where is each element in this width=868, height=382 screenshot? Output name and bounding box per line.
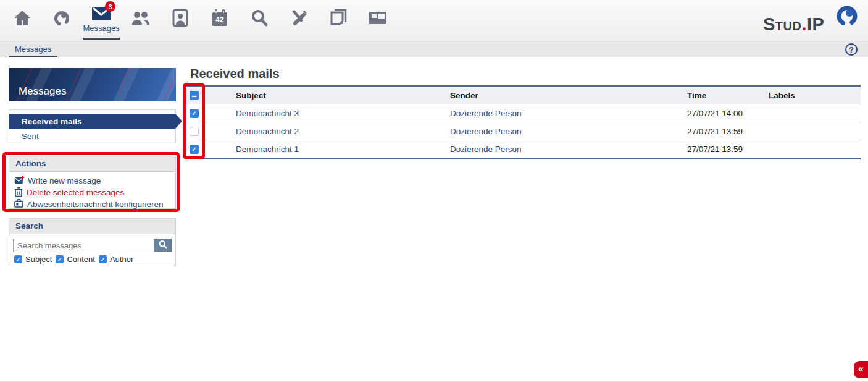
breadcrumb-messages[interactable]: Messages bbox=[9, 43, 57, 57]
message-time: 27/07/21 13:59 bbox=[680, 127, 761, 136]
studip-page: 3 Messages bbox=[0, 0, 868, 382]
nav-profile[interactable] bbox=[161, 0, 200, 41]
actions-title: Actions bbox=[9, 156, 175, 172]
sidebar-actions-widget: Actions Write new message bbox=[9, 156, 176, 209]
search-magnifier-icon bbox=[158, 240, 168, 252]
nav-messages-label: Messages bbox=[83, 23, 119, 33]
row-checkbox[interactable] bbox=[190, 127, 199, 136]
message-sender-link[interactable]: Dozierende Person bbox=[450, 109, 522, 118]
message-time: 27/07/21 14:00 bbox=[680, 109, 761, 118]
profile-icon bbox=[171, 8, 190, 28]
sidebar-banner-title: Messages bbox=[19, 85, 66, 98]
action-write-new-message[interactable]: Write new message bbox=[14, 175, 170, 187]
nav-messages[interactable]: 3 Messages bbox=[81, 0, 121, 41]
message-time: 27/07/21 13:59 bbox=[680, 145, 761, 154]
search-input[interactable] bbox=[13, 239, 154, 252]
row-checkbox[interactable] bbox=[190, 145, 199, 154]
nav-files[interactable] bbox=[319, 0, 358, 41]
column-header-subject: Subject bbox=[228, 91, 443, 100]
select-all-checkbox[interactable] bbox=[190, 91, 199, 100]
message-sender-link[interactable]: Dozierende Person bbox=[450, 145, 522, 154]
logo-text: Stud.IP bbox=[763, 15, 824, 33]
action-configure-out-of-office[interactable]: Abwesenheitsnachricht konfigurieren bbox=[14, 198, 170, 210]
community-icon bbox=[130, 8, 151, 28]
column-header-sender: Sender bbox=[443, 91, 680, 100]
sidebar-item-label: Received mails bbox=[22, 117, 82, 126]
column-header-labels: Labels bbox=[761, 91, 861, 100]
filter-label: Content bbox=[67, 255, 95, 264]
received-mails-table: Subject Sender Time Labels Demonachricht… bbox=[185, 85, 861, 159]
top-navigation-bar: 3 Messages bbox=[0, 0, 868, 41]
nav-tour[interactable] bbox=[42, 0, 81, 41]
sidebar-item-label: Sent bbox=[22, 132, 39, 141]
logo-swirl-icon bbox=[833, 2, 861, 32]
table-row: Demonachricht 2 Dozierende Person 27/07/… bbox=[185, 122, 861, 140]
filter-author-checkbox[interactable] bbox=[99, 255, 107, 263]
nav-schedule[interactable]: 42 bbox=[200, 0, 240, 41]
nav-tools[interactable] bbox=[279, 0, 319, 41]
filter-content-checkbox[interactable] bbox=[56, 255, 64, 263]
calendar-icon: 42 bbox=[210, 8, 230, 28]
page-title: Received mails bbox=[190, 67, 280, 81]
action-label: Write new message bbox=[28, 176, 101, 185]
logo-red-dot: . bbox=[801, 14, 807, 34]
sidebar-search-widget: Search Subject Content bbox=[9, 218, 176, 265]
calendar-week-number: 42 bbox=[210, 15, 230, 24]
filter-content[interactable]: Content bbox=[56, 255, 95, 264]
table-row: Demonachricht 1 Dozierende Person 27/07/… bbox=[185, 140, 861, 158]
nav-search[interactable] bbox=[240, 0, 279, 41]
double-chevron-left-icon: « bbox=[858, 363, 864, 375]
table-header-row: Subject Sender Time Labels bbox=[185, 87, 861, 104]
nav-dashboard[interactable] bbox=[358, 0, 398, 41]
sidebar-item-received-mails[interactable]: Received mails bbox=[9, 114, 175, 129]
out-of-office-icon bbox=[14, 199, 23, 210]
filter-label: Author bbox=[110, 255, 133, 264]
breadcrumb-bar: Messages ? bbox=[0, 41, 868, 57]
message-subject-link[interactable]: Demonachricht 3 bbox=[236, 109, 299, 118]
pages-icon bbox=[328, 8, 348, 28]
message-subject-link[interactable]: Demonachricht 1 bbox=[236, 145, 299, 154]
search-submit-button[interactable] bbox=[154, 239, 172, 252]
nav-community[interactable] bbox=[121, 0, 161, 41]
top-icon-strip: 3 Messages bbox=[2, 0, 398, 41]
swirl-icon bbox=[52, 8, 72, 28]
actions-list: Write new message Delete selected messag… bbox=[9, 172, 175, 213]
sidebar-item-sent[interactable]: Sent bbox=[9, 129, 175, 143]
action-label: Abwesenheitsnachricht konfigurieren bbox=[27, 200, 164, 209]
studip-logo: Stud.IP bbox=[763, 5, 856, 37]
sidebar-nav: Received mails Sent bbox=[9, 109, 176, 143]
filter-label: Subject bbox=[25, 255, 52, 264]
filter-subject-checkbox[interactable] bbox=[14, 255, 22, 263]
filter-subject[interactable]: Subject bbox=[14, 255, 52, 264]
help-icon[interactable]: ? bbox=[845, 43, 858, 56]
trash-icon bbox=[14, 187, 23, 198]
home-icon bbox=[12, 8, 32, 28]
search-icon bbox=[249, 8, 269, 28]
message-sender-link[interactable]: Dozierende Person bbox=[450, 127, 522, 136]
filter-author[interactable]: Author bbox=[99, 255, 133, 264]
action-label: Delete selected messages bbox=[27, 188, 124, 197]
column-header-time: Time bbox=[680, 91, 761, 100]
messages-unread-badge: 3 bbox=[105, 1, 115, 12]
nav-home[interactable] bbox=[2, 0, 42, 41]
tools-icon bbox=[288, 8, 309, 28]
mail-plus-icon bbox=[14, 176, 24, 186]
row-checkbox[interactable] bbox=[190, 109, 199, 118]
search-title: Search bbox=[9, 219, 175, 234]
active-tab-underline bbox=[83, 38, 120, 40]
message-subject-link[interactable]: Demonachricht 2 bbox=[236, 127, 299, 136]
sidebar-collapse-button[interactable]: « bbox=[854, 361, 868, 378]
table-row: Demonachricht 3 Dozierende Person 27/07/… bbox=[185, 104, 861, 122]
whiteboard-icon bbox=[367, 8, 388, 28]
search-filter-row: Subject Content Author bbox=[14, 255, 172, 264]
action-delete-selected-messages[interactable]: Delete selected messages bbox=[14, 187, 170, 198]
sidebar-banner: Messages bbox=[9, 68, 176, 101]
